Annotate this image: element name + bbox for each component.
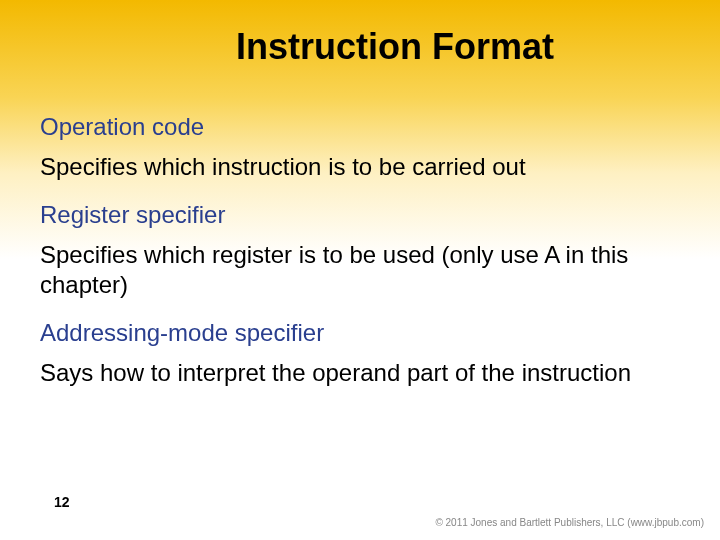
def-addressing: Says how to interpret the operand part o… [40,358,680,388]
term-opcode: Operation code [40,112,680,142]
def-opcode: Specifies which instruction is to be car… [40,152,680,182]
slide-title: Instruction Format [0,0,720,68]
page-number: 12 [54,494,70,510]
def-register: Specifies which register is to be used (… [40,240,680,300]
term-register: Register specifier [40,200,680,230]
copyright-footer: © 2011 Jones and Bartlett Publishers, LL… [435,517,704,528]
term-addressing: Addressing-mode specifier [40,318,680,348]
slide-content: Operation code Specifies which instructi… [0,68,720,388]
